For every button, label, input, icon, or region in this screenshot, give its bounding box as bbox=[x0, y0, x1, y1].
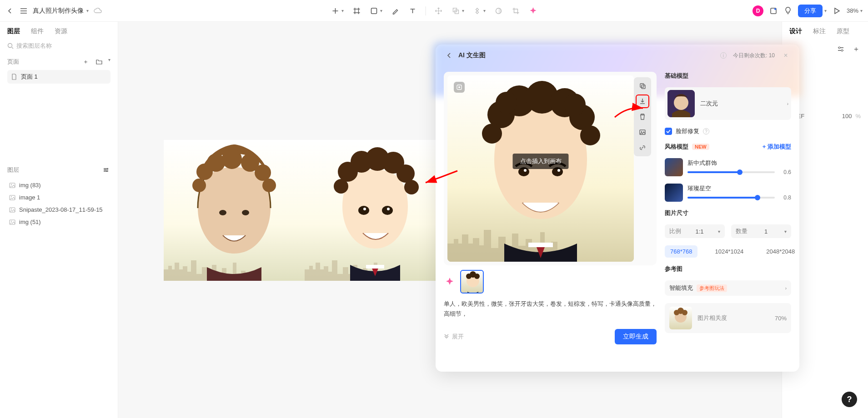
layer-item[interactable]: img (83) bbox=[7, 179, 110, 191]
frame-icon[interactable] bbox=[352, 6, 361, 15]
mask-icon[interactable] bbox=[494, 6, 503, 15]
shape-icon[interactable] bbox=[369, 6, 378, 15]
layer-search[interactable]: 搜索图层名称 bbox=[7, 42, 110, 50]
opacity-unit: % bbox=[855, 113, 861, 119]
ratio-select[interactable]: 比例1:1▾ bbox=[665, 224, 725, 238]
ai-preview-image[interactable]: 点击插入到画布 bbox=[447, 75, 634, 262]
svg-point-13 bbox=[11, 196, 12, 197]
left-sidebar: 图层 组件 资源 搜索图层名称 页面 ＋ ▾ 页面 1 图层 img (83) … bbox=[0, 22, 118, 418]
fill-row[interactable]: EFEF 100 % bbox=[789, 113, 861, 119]
chevron-down-icon[interactable]: ▾ bbox=[483, 8, 486, 13]
size-option[interactable]: 2048*2048 bbox=[761, 245, 799, 258]
page-item[interactable]: 页面 1 bbox=[7, 70, 110, 84]
expand-button[interactable]: 展开 bbox=[444, 333, 464, 341]
add-page-icon[interactable]: ＋ bbox=[81, 57, 90, 66]
tab-design[interactable]: 设计 bbox=[789, 27, 802, 35]
result-thumbnail[interactable] bbox=[460, 270, 484, 294]
add-icon[interactable] bbox=[331, 6, 340, 15]
ai-logo-icon bbox=[444, 276, 456, 288]
crop-icon[interactable] bbox=[511, 6, 520, 15]
style-thumb bbox=[665, 184, 683, 202]
prompt-text[interactable]: 单人，欧美男性，微笑，张开牙齿大笑，卷发，短棕发，特写，卡通头像高质量，高细节， bbox=[444, 299, 657, 322]
svg-rect-0 bbox=[371, 8, 376, 14]
generate-button[interactable]: 立即生成 bbox=[615, 329, 657, 344]
canvas-image-2[interactable] bbox=[305, 140, 446, 281]
svg-point-7 bbox=[107, 168, 108, 169]
plugin-icon[interactable] bbox=[769, 6, 778, 15]
style-model-item[interactable]: 璀璨星空 0.8 bbox=[665, 184, 791, 202]
face-fix-toggle[interactable]: 脸部修复 ? bbox=[665, 127, 791, 135]
tab-prototype[interactable]: 原型 bbox=[837, 27, 849, 35]
copy-icon[interactable] bbox=[637, 80, 648, 92]
user-avatar[interactable]: D bbox=[753, 5, 763, 16]
sidebar-tabs: 图层 组件 资源 bbox=[7, 27, 110, 35]
layers-options-icon[interactable] bbox=[101, 165, 110, 174]
add-model-button[interactable]: + 添加模型 bbox=[763, 143, 791, 151]
style-model-label: 风格模型 NEW + 添加模型 bbox=[665, 143, 791, 151]
svg-point-33 bbox=[404, 180, 419, 194]
lightbulb-icon[interactable] bbox=[783, 6, 793, 15]
component-icon[interactable] bbox=[472, 6, 482, 15]
svg-point-63 bbox=[474, 274, 480, 279]
plus-icon[interactable]: ＋ bbox=[852, 45, 861, 54]
link-icon[interactable] bbox=[637, 142, 648, 154]
chevron-down-icon[interactable]: ▾ bbox=[380, 8, 382, 13]
document-title[interactable]: 真人照片制作头像 ▾ bbox=[33, 7, 89, 15]
portrait-photo bbox=[164, 140, 305, 281]
variation-badge-icon[interactable] bbox=[454, 82, 465, 93]
tab-layers[interactable]: 图层 bbox=[7, 27, 20, 35]
reference-image-card[interactable]: 图片相关度 70% bbox=[665, 303, 791, 333]
back-icon[interactable] bbox=[5, 6, 15, 15]
count-select[interactable]: 数量1▾ bbox=[731, 224, 791, 238]
play-icon[interactable] bbox=[832, 6, 841, 15]
base-model-select[interactable]: 二次元 › bbox=[665, 87, 791, 120]
svg-point-55 bbox=[458, 86, 460, 88]
weight-slider[interactable] bbox=[687, 197, 775, 199]
folder-icon[interactable] bbox=[95, 57, 104, 66]
boolean-icon[interactable] bbox=[451, 6, 460, 15]
layer-item[interactable]: Snipaste_2023-08-17_11-59-15 bbox=[7, 204, 110, 216]
opacity-value: 100 bbox=[842, 113, 852, 119]
remaining-count: 今日剩余次数: 10 bbox=[733, 52, 775, 60]
image-icon bbox=[9, 207, 15, 213]
size-option[interactable]: 768*768 bbox=[665, 245, 697, 258]
settings-icon[interactable] bbox=[836, 45, 845, 54]
svg-point-69 bbox=[682, 310, 687, 315]
back-icon[interactable] bbox=[445, 51, 454, 60]
weight-slider[interactable] bbox=[687, 171, 775, 173]
size-option[interactable]: 1024*1024 bbox=[709, 245, 749, 258]
zoom-level[interactable]: 38%▾ bbox=[847, 7, 863, 14]
cloud-sync-icon[interactable] bbox=[93, 6, 102, 15]
close-icon[interactable]: ✕ bbox=[781, 51, 790, 60]
rightbar-tabs: 设计 标注 原型 bbox=[789, 27, 861, 35]
pen-icon[interactable] bbox=[391, 6, 400, 15]
layer-item[interactable]: img (51) bbox=[7, 216, 110, 228]
chevron-right-icon: › bbox=[787, 101, 788, 106]
tab-annotate[interactable]: 标注 bbox=[813, 27, 826, 35]
svg-point-24 bbox=[255, 164, 271, 181]
chevron-down-icon[interactable]: ▾ bbox=[462, 8, 464, 13]
chevron-down-icon[interactable]: ▾ bbox=[108, 57, 110, 66]
chevron-down-icon[interactable]: ▾ bbox=[341, 8, 344, 13]
style-model-item[interactable]: 新中式群饰 0.6 bbox=[665, 158, 791, 176]
tab-components[interactable]: 组件 bbox=[31, 27, 44, 35]
move-icon[interactable] bbox=[434, 6, 443, 15]
svg-point-9 bbox=[106, 171, 107, 172]
help-fab[interactable]: ? bbox=[842, 392, 857, 407]
chevron-down-icon: ▾ bbox=[860, 8, 863, 13]
tab-assets[interactable]: 资源 bbox=[55, 27, 67, 35]
slider-value: 0.6 bbox=[778, 169, 791, 175]
smart-fill-row[interactable]: 智能填充 参考图玩法 › bbox=[665, 280, 791, 296]
ai-logo-icon[interactable] bbox=[528, 6, 537, 15]
chevron-right-icon: › bbox=[785, 286, 787, 291]
menu-icon[interactable] bbox=[19, 6, 28, 15]
info-icon[interactable]: ? bbox=[703, 128, 709, 134]
image-icon[interactable] bbox=[637, 126, 648, 138]
layer-item[interactable]: image 1 bbox=[7, 191, 110, 204]
share-button[interactable]: 分享 bbox=[798, 5, 823, 17]
info-icon[interactable]: i bbox=[720, 52, 727, 59]
text-icon[interactable] bbox=[408, 6, 417, 15]
canvas-image-1[interactable] bbox=[164, 140, 305, 281]
chevron-down-icon[interactable]: ▾ bbox=[824, 8, 827, 13]
svg-point-8 bbox=[105, 169, 105, 170]
